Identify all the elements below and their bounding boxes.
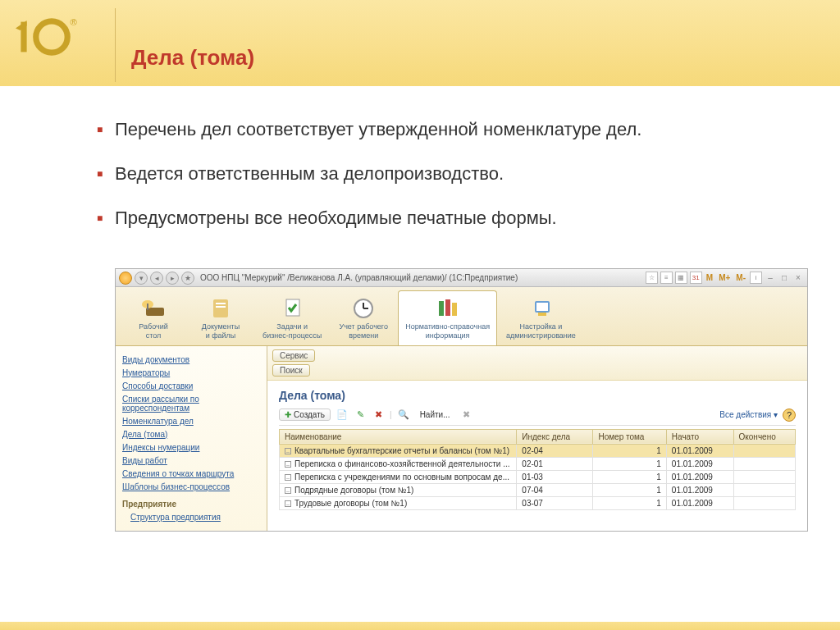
sidebar-link[interactable]: Сведения о точках маршрута [122, 469, 260, 478]
sidebar-link[interactable]: Индексы нумерации [122, 443, 260, 452]
titlebar: ▾ ◂ ▸ ★ ООО НПЦ "Меркурий" /Великанова Л… [116, 269, 807, 287]
info-icon[interactable]: i [750, 272, 762, 284]
tab-reference[interactable]: Нормативно-справочнаяинформация [398, 290, 497, 345]
all-actions-button[interactable]: Все действия ▾ [719, 410, 778, 419]
table-row[interactable]: –Квартальные бухгалтерские отчеты и бала… [280, 444, 796, 457]
sidebar-link[interactable]: Дела (тома) [122, 430, 260, 439]
history-icon[interactable]: ≡ [660, 272, 673, 284]
sidebar-link[interactable]: Структура предприятия [122, 513, 260, 522]
table-row[interactable]: –Трудовые договоры (том №1) 03-07101.01.… [280, 496, 796, 509]
toolbar: Создать 📄 ✎ ✖ | 🔍 Найти... ✖ Все действи… [279, 409, 796, 426]
header-divider [115, 8, 116, 82]
tab-label: Учет рабочеговремени [338, 322, 389, 340]
svg-rect-3 [146, 308, 164, 316]
column-header[interactable]: Окончено [733, 429, 795, 444]
sidebar-group: Предприятие [122, 500, 260, 509]
svg-rect-17 [536, 303, 548, 311]
tab-label: Нормативно-справочнаяинформация [405, 322, 490, 340]
row-icon: – [285, 448, 291, 454]
table-row[interactable]: –Переписка с учреждениями по основным во… [280, 470, 796, 483]
row-icon: – [285, 461, 291, 468]
svg-rect-13 [439, 301, 444, 316]
slide-title: Дела (тома) [131, 45, 254, 71]
bullet-item: Предусмотрены все необходимые печатные ф… [115, 208, 815, 229]
row-icon: – [285, 500, 291, 507]
svg-text:®: ® [70, 17, 77, 27]
star-icon[interactable]: ★ [181, 272, 194, 285]
m-minus-button[interactable]: M- [734, 273, 747, 282]
favorite-icon[interactable]: ☆ [646, 272, 658, 284]
slide-header: ® Дела (тома) [0, 0, 840, 86]
column-header[interactable]: Номер тома [593, 429, 666, 444]
sidebar-link[interactable]: Шаблоны бизнес-процессов [122, 482, 260, 491]
footer-stripe [0, 622, 840, 630]
tab-time[interactable]: Учет рабочеговремени [331, 290, 396, 345]
edit-icon[interactable]: ✎ [354, 409, 367, 422]
section-tabs: Рабочийстол Документыи файлы Задачи ибиз… [116, 287, 807, 346]
svg-rect-15 [452, 303, 457, 316]
close-icon[interactable]: × [792, 272, 804, 284]
tab-documents[interactable]: Документыи файлы [188, 290, 253, 345]
data-grid: Наименование Индекс дела Номер тома Нача… [279, 429, 796, 510]
tab-label: Задачи ибизнес-процессы [262, 322, 322, 340]
help-icon[interactable]: ? [783, 409, 796, 422]
m-plus-button[interactable]: M+ [717, 273, 732, 282]
table-row[interactable]: –Подрядные договоры (том №1) 07-04101.01… [280, 483, 796, 496]
find-button[interactable]: Найти... [415, 409, 455, 420]
clear-icon[interactable]: ✖ [460, 409, 473, 422]
app-screenshot: ▾ ◂ ▸ ★ ООО НПЦ "Меркурий" /Великанова Л… [115, 268, 808, 532]
logo-1c: ® [12, 12, 78, 65]
m-button[interactable]: M [705, 273, 714, 282]
tab-label: Документыи файлы [195, 322, 246, 340]
copy-icon[interactable]: 📄 [336, 409, 349, 422]
back-icon[interactable]: ◂ [150, 272, 163, 285]
sidebar: Виды документов Нумераторы Способы доста… [116, 346, 267, 531]
app-menu-icon[interactable] [119, 272, 132, 285]
delete-icon[interactable]: ✖ [372, 409, 385, 422]
service-button[interactable]: Сервис [272, 349, 315, 362]
table-row[interactable]: –Переписка о финансово-хозяйственной дея… [280, 457, 796, 470]
svg-rect-8 [216, 306, 226, 308]
column-header[interactable]: Индекс дела [517, 429, 593, 444]
sidebar-link[interactable]: Способы доставки [122, 381, 260, 390]
svg-rect-6 [213, 299, 228, 317]
bullet-list: Перечень дел соответствует утвержденной … [0, 86, 840, 268]
dropdown-icon[interactable]: ▾ [135, 272, 148, 285]
service-bar: Сервис Поиск [267, 346, 807, 381]
bullet-item: Перечень дел соответствует утвержденной … [115, 119, 815, 140]
tab-admin[interactable]: Настройка иадминистрирование [499, 290, 583, 345]
svg-rect-14 [445, 299, 450, 316]
svg-rect-7 [216, 303, 226, 304]
sidebar-link[interactable]: Номенклатура дел [122, 417, 260, 426]
calc-icon[interactable]: ▦ [675, 272, 687, 284]
row-icon: – [285, 474, 291, 481]
minimize-icon[interactable]: – [765, 272, 776, 284]
svg-point-0 [36, 21, 67, 52]
svg-rect-5 [147, 304, 148, 310]
calendar-icon[interactable]: 31 [690, 272, 702, 284]
row-icon: – [285, 487, 291, 494]
forward-icon[interactable]: ▸ [166, 272, 179, 285]
sidebar-link[interactable]: Виды документов [122, 355, 260, 364]
window-title: ООО НПЦ "Меркурий" /Великанова Л.А. (упр… [197, 273, 646, 282]
search-button[interactable]: Поиск [272, 364, 310, 377]
tab-label: Настройка иадминистрирование [506, 322, 576, 340]
search-icon[interactable]: 🔍 [397, 409, 410, 422]
column-header[interactable]: Начато [666, 429, 733, 444]
sidebar-link[interactable]: Нумераторы [122, 368, 260, 377]
create-button[interactable]: Создать [279, 409, 331, 421]
svg-rect-18 [538, 313, 546, 316]
maximize-icon[interactable]: □ [778, 272, 790, 284]
tab-label: Рабочийстол [128, 322, 179, 340]
sidebar-link[interactable]: Виды работ [122, 456, 260, 465]
panel-title: Дела (тома) [279, 389, 796, 402]
bullet-item: Ведется ответственным за делопроизводств… [115, 163, 815, 185]
tab-tasks[interactable]: Задачи ибизнес-процессы [255, 290, 329, 345]
sidebar-link[interactable]: Списки рассылки по корреспондентам [122, 395, 260, 413]
column-header[interactable]: Наименование [280, 429, 517, 444]
tab-desktop[interactable]: Рабочийстол [121, 290, 186, 345]
